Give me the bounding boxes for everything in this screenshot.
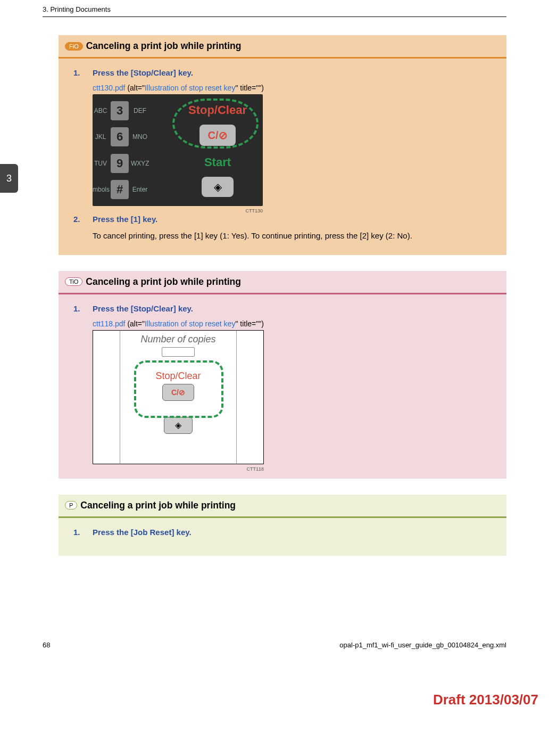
step-title: Press the [1] key. — [93, 215, 499, 224]
section-tio: TiO Canceling a print job while printing… — [59, 271, 506, 479]
step-tio-1: Press the [Stop/Clear] key. ctt118.pdf (… — [83, 300, 499, 470]
step-fio-2: Press the [1] key. To cancel printing, p… — [83, 210, 499, 246]
start-key-icon: ◈ — [164, 417, 193, 434]
start-label: Start — [204, 155, 231, 169]
figure-keypad: ABC3DEF JKL6MNO TUV9WXYZ mbols#Enter Sto… — [93, 94, 263, 206]
heading-title-fio: Canceling a print job while printing — [86, 40, 242, 52]
draft-watermark: Draft 2013/03/07 — [0, 692, 549, 708]
tag-pill-tio: TiO — [65, 277, 82, 286]
key-6: 6 — [111, 127, 129, 146]
heading-bar-tio: TiO Canceling a print job while printing — [59, 271, 506, 293]
key-3: 3 — [111, 101, 129, 120]
pdf-link[interactable]: ctt130.pdf — [93, 84, 126, 92]
heading-title-tio: Canceling a print job while printing — [86, 276, 241, 287]
heading-title-p: Canceling a print job while printing — [80, 500, 236, 511]
heading-bar-fio: FiO Canceling a print job while printing — [59, 35, 506, 57]
start-key-icon: ◈ — [202, 177, 234, 197]
key-9: 9 — [111, 154, 129, 173]
tag-pill-fio: FiO — [65, 42, 83, 51]
step-title: Press the [Job Reset] key. — [93, 528, 499, 537]
step-p-1: Press the [Job Reset] key. — [83, 523, 499, 547]
image-link-text: ctt130.pdf (alt="Illustration of stop re… — [93, 84, 499, 92]
image-link-text: ctt118.pdf (alt="Illustration of stop re… — [93, 319, 499, 328]
figure-panel: Number of copies Stop/Clear C/⊘ ◈ CTT118 — [93, 330, 264, 464]
step-title: Press the [Stop/Clear] key. — [93, 304, 499, 313]
tag-pill-p: P — [65, 501, 77, 510]
heading-bar-p: P Canceling a print job while printing — [59, 495, 506, 516]
number-of-copies-label: Number of copies — [140, 334, 215, 345]
copies-display-slot — [162, 347, 195, 357]
step-title: Press the [Stop/Clear] key. — [93, 68, 499, 77]
section-body-p: Press the [Job Reset] key. — [59, 518, 506, 556]
alt-text: Illustration of stop reset key — [145, 319, 235, 328]
section-p: P Canceling a print job while printing P… — [59, 495, 506, 556]
highlight-ring-icon — [172, 98, 259, 149]
key-hash: # — [111, 180, 129, 199]
keypad-illustration: ABC3DEF JKL6MNO TUV9WXYZ mbols#Enter Sto… — [93, 94, 263, 206]
panel-illustration: Number of copies Stop/Clear C/⊘ ◈ — [93, 330, 264, 464]
pdf-link[interactable]: ctt118.pdf — [93, 319, 126, 328]
panel-left-strip — [93, 331, 120, 464]
step-fio-1: Press the [Stop/Clear] key. ctt130.pdf (… — [83, 64, 499, 210]
figure-code: CTT118 — [246, 466, 264, 472]
panel-right-strip — [236, 331, 263, 464]
source-file: opal-p1_mf1_wi-fi_user_guide_gb_00104824… — [339, 641, 506, 649]
page-header: 3. Printing Documents — [43, 0, 506, 17]
chapter-title: 3. Printing Documents — [43, 5, 111, 13]
section-body-tio: Press the [Stop/Clear] key. ctt118.pdf (… — [59, 294, 506, 479]
page-footer: 68 opal-p1_mf1_wi-fi_user_guide_gb_00104… — [43, 572, 506, 654]
section-fio: FiO Canceling a print job while printing… — [59, 35, 506, 255]
highlight-ring-icon — [134, 360, 223, 418]
chapter-tab: 3 — [0, 164, 18, 193]
step-desc: To cancel printing, press the [1] key (1… — [93, 230, 499, 242]
page-number: 68 — [43, 641, 50, 649]
header-rule — [43, 17, 506, 17]
section-body-fio: Press the [Stop/Clear] key. ctt130.pdf (… — [59, 59, 506, 255]
alt-text: Illustration of stop reset key — [145, 84, 235, 92]
